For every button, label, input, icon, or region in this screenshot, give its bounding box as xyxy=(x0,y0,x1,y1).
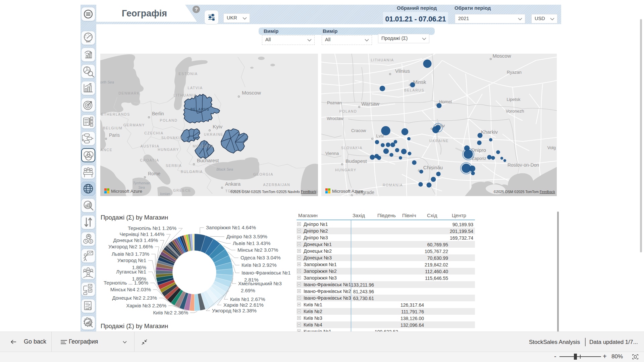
svg-text:$: $ xyxy=(90,240,92,243)
svg-text:BELGIUM: BELGIUM xyxy=(103,126,122,130)
svg-text:Minsk: Minsk xyxy=(413,79,426,85)
svg-text:RANCE: RANCE xyxy=(100,148,112,152)
svg-text:BELARUS: BELARUS xyxy=(404,88,424,92)
svg-text:MOLDOVA: MOLDOVA xyxy=(193,144,214,148)
svg-text:Донецьк №2 2.23%: Донецьк №2 2.23% xyxy=(112,295,157,301)
svg-text:North Sea: North Sea xyxy=(100,80,114,84)
svg-text:Poznan: Poznan xyxy=(327,100,342,105)
svg-text:Berlin: Berlin xyxy=(152,111,164,116)
svg-text:HUNGARY: HUNGARY xyxy=(158,147,179,152)
svg-text:Мінськ №4 2.03%: Мінськ №4 2.03% xyxy=(110,287,151,292)
svg-text:ROMANIA: ROMANIA xyxy=(383,183,403,187)
svg-text:DENMARK: DENMARK xyxy=(118,91,140,95)
svg-text:Ryazan: Ryazan xyxy=(507,70,522,75)
svg-text:3: 3 xyxy=(91,124,92,126)
svg-text:Ужгород №3 2.38%: Ужгород №3 2.38% xyxy=(212,308,257,313)
svg-text:Дніпро №3 3.59%: Дніпро №3 3.59% xyxy=(226,234,267,239)
svg-text:ESTONIA: ESTONIA xyxy=(178,72,198,76)
svg-text:Rostov-on-Don: Rostov-on-Don xyxy=(507,162,539,168)
svg-text:Microsoft Azure: Microsoft Azure xyxy=(332,189,363,194)
svg-text:Wroclaw: Wroclaw xyxy=(327,116,343,121)
svg-text:2.69%: 2.69% xyxy=(241,288,255,293)
svg-text:UKRAINE: UKRAINE xyxy=(429,139,449,143)
svg-text:Харків №2 2.61%: Харків №2 2.61% xyxy=(223,302,264,308)
svg-text:LITHUANIA: LITHUANIA xyxy=(371,58,394,62)
svg-text:Kyiv: Kyiv xyxy=(213,124,223,129)
svg-text:Cracow: Cracow xyxy=(351,128,366,133)
svg-text:Тернопіль №1 1.26%: Тернопіль №1 1.26% xyxy=(128,225,176,231)
svg-text:Chișinău: Chișinău xyxy=(423,165,443,170)
svg-text:CROATIA: CROATIA xyxy=(140,158,159,162)
svg-text:BULGARIA: BULGARIA xyxy=(181,170,203,174)
svg-text:AUSTRIA: AUSTRIA xyxy=(141,144,160,148)
svg-text:CZECHIA: CZECHIA xyxy=(144,131,163,135)
svg-text:Vienna: Vienna xyxy=(325,151,339,156)
svg-text:1: 1 xyxy=(91,117,92,119)
svg-text:POLAND: POLAND xyxy=(339,109,357,113)
svg-text:Чернівці №1 1.44%: Чернівці №1 1.44% xyxy=(120,231,165,237)
svg-text:Донецьк №3 1.49%: Донецьк №3 1.49% xyxy=(113,237,158,243)
svg-text:1.89%: 1.89% xyxy=(132,276,146,282)
svg-text:Львів №3 1.73%: Львів №3 1.73% xyxy=(112,251,149,257)
svg-text:GREECE: GREECE xyxy=(173,188,191,192)
svg-text:Хмельницький №3: Хмельницький №3 xyxy=(238,281,282,286)
svg-text:LITHUANIA: LITHUANIA xyxy=(173,93,197,97)
svg-text:AZERBAIJAN: AZERBAIJAN xyxy=(263,183,290,187)
svg-text:Запоріжжя №1 4.64%: Запоріжжя №1 4.64% xyxy=(206,225,256,230)
svg-text:Vilnius: Vilnius xyxy=(395,68,410,74)
svg-text:HUNGARY: HUNGARY xyxy=(335,168,357,172)
svg-text:NETHERLANDS: NETHERLANDS xyxy=(100,112,130,116)
svg-text:BELARUS: BELARUS xyxy=(191,108,210,111)
svg-text:Київ №3 2.92%: Київ №3 2.92% xyxy=(241,262,277,268)
svg-text:Харків №3 2.26%: Харків №3 2.26% xyxy=(126,303,166,308)
svg-text:©2025 OSM ©2025 TomTom Feedb: ©2025 OSM ©2025 TomTom Feedback xyxy=(494,190,555,194)
svg-text:Homel: Homel xyxy=(439,99,452,104)
svg-text:GEORGIA: GEORGIA xyxy=(253,172,273,176)
svg-text:Tyrrhenian: Tyrrhenian xyxy=(133,181,150,185)
svg-text:Мінськ №2 3.07%: Мінськ №2 3.07% xyxy=(237,247,278,253)
svg-text:GERMANY: GERMANY xyxy=(123,123,145,127)
svg-text:Moscow: Moscow xyxy=(492,54,511,59)
svg-text:Black Sea: Black Sea xyxy=(216,167,233,171)
svg-text:2: 2 xyxy=(91,120,92,123)
svg-text:Voronezh: Voronezh xyxy=(506,109,524,114)
svg-text:UKRAINE: UKRAINE xyxy=(204,132,223,136)
svg-text:Rome: Rome xyxy=(148,171,161,176)
svg-text:LATVIA: LATVIA xyxy=(187,86,203,90)
svg-text:Lipetsk: Lipetsk xyxy=(506,97,521,102)
svg-text:Bucharest: Bucharest xyxy=(197,158,219,163)
svg-text:Ionian: Ionian xyxy=(160,192,170,196)
svg-text:Одеса №3 3.04%: Одеса №3 3.04% xyxy=(240,255,281,260)
svg-text:Microsoft Azure: Microsoft Azure xyxy=(111,189,142,194)
svg-text:Warsaw: Warsaw xyxy=(361,101,379,107)
svg-text:Київ №2 2.36%: Київ №2 2.36% xyxy=(153,310,188,315)
svg-text:KPI: KPI xyxy=(86,40,90,43)
svg-text:Ankara: Ankara xyxy=(225,181,241,187)
svg-text:Paris: Paris xyxy=(109,132,120,138)
svg-text:Kharkiv: Kharkiv xyxy=(481,129,498,135)
svg-text:Ужгород №1: Ужгород №1 xyxy=(117,257,146,263)
svg-text:SLOVAKIA: SLOVAKIA xyxy=(161,136,183,140)
svg-text:Київ №1 2.67%: Київ №1 2.67% xyxy=(230,296,265,302)
svg-text:Moscow: Moscow xyxy=(242,90,261,96)
svg-text:SERBIA: SERBIA xyxy=(166,164,182,168)
svg-text:Zaporiz: Zaporiz xyxy=(472,156,486,161)
svg-text:SLOVAKIA: SLOVAKIA xyxy=(341,146,363,150)
svg-text:Івано-Франківськ №1: Івано-Франківськ №1 xyxy=(241,270,290,276)
svg-text:Львів №1 3.43%: Львів №1 3.43% xyxy=(233,240,270,246)
svg-text:Ужгород №2 1.66%: Ужгород №2 1.66% xyxy=(108,244,153,249)
svg-text:Volg: Volg xyxy=(547,145,556,150)
svg-text:Budapest: Budapest xyxy=(345,158,367,164)
svg-text:1.86%: 1.86% xyxy=(132,264,146,270)
svg-text:©2025 OSM ©2025 TomTom ©2025: ©2025 OSM ©2025 TomTom ©2025 NavInfo Fee… xyxy=(230,190,317,194)
svg-text:POLAND: POLAND xyxy=(160,118,178,122)
